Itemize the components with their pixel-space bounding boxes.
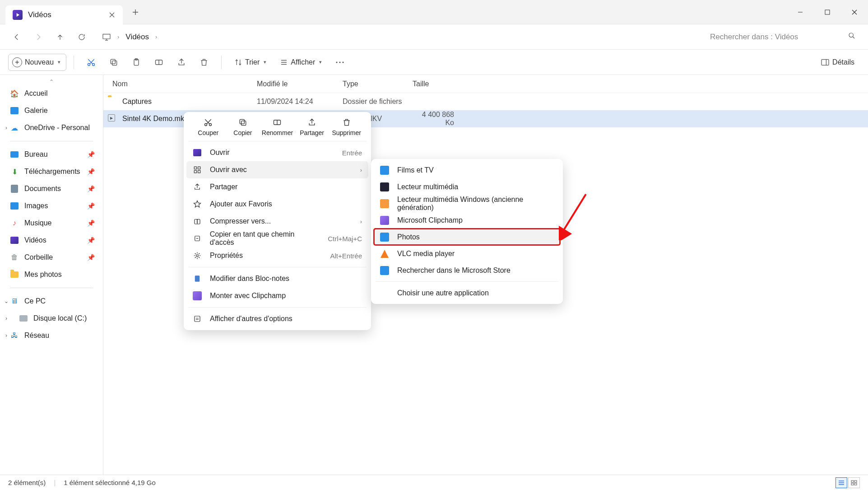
context-copy-path[interactable]: Copier en tant que chemin d'accèsCtrl+Ma… <box>186 230 368 247</box>
context-share[interactable]: Partager <box>296 117 328 136</box>
close-window-button[interactable] <box>841 3 868 21</box>
sidebar-item-images[interactable]: Images📌 <box>4 197 99 215</box>
sidebar-item-gallery[interactable]: Galerie <box>4 102 99 119</box>
label: Monter avec Clipchamp <box>210 292 286 300</box>
context-open-with[interactable]: Ouvrir avec› <box>186 161 368 178</box>
search-input[interactable]: Rechercher dans : Vidéos <box>704 28 862 46</box>
music-icon: ♪ <box>10 219 19 228</box>
sidebar-item-documents[interactable]: Documents📌 <box>4 180 99 197</box>
paste-button[interactable] <box>126 54 146 71</box>
store-icon <box>380 266 389 275</box>
context-share-item[interactable]: Partager <box>186 178 368 196</box>
up-button[interactable] <box>50 28 70 46</box>
cut-button[interactable] <box>81 54 101 71</box>
column-name[interactable]: Nom <box>103 80 257 88</box>
back-button[interactable] <box>6 28 27 46</box>
context-properties[interactable]: PropriétésAlt+Entrée <box>186 247 368 264</box>
images-icon <box>10 201 19 210</box>
context-edit-notepad[interactable]: Modifier dans Bloc-notes <box>186 270 368 287</box>
chevron-right-icon[interactable]: › <box>3 315 10 322</box>
sidebar-item-onedrive[interactable]: ›☁OneDrive - Personal <box>4 119 99 136</box>
sidebar-item-network[interactable]: ›🖧Réseau <box>4 327 99 344</box>
rename-icon <box>272 117 282 127</box>
address-segment[interactable]: Vidéos <box>125 33 149 42</box>
label: Choisir une autre application <box>397 289 489 297</box>
sidebar-item-diskc[interactable]: ›Disque local (C:) <box>4 310 99 327</box>
openwith-vlc[interactable]: VLC media player <box>374 245 560 262</box>
sidebar-item-thispc[interactable]: ⌄🖥Ce PC <box>4 293 99 310</box>
view-button[interactable]: Afficher ▾ <box>274 54 327 71</box>
delete-button[interactable] <box>194 54 214 71</box>
status-count: 2 élément(s) <box>8 479 46 486</box>
chevron-right-icon[interactable]: › <box>3 125 10 131</box>
label: Films et TV <box>397 166 434 174</box>
sidebar-item-trash[interactable]: 🗑Corbeille📌 <box>4 249 99 266</box>
openwith-clipchamp[interactable]: Microsoft Clipchamp <box>374 212 560 229</box>
minimize-button[interactable] <box>787 3 814 21</box>
sidebar-item-myphotos[interactable]: Mes photos <box>4 266 99 283</box>
context-more-options[interactable]: Afficher d'autres d'options <box>186 310 368 327</box>
sidebar-item-label: Documents <box>24 185 61 193</box>
sidebar-item-home[interactable]: 🏠Accueil <box>4 85 99 102</box>
sidebar-item-downloads[interactable]: ⬇Téléchargements📌 <box>4 163 99 180</box>
label: Renommer <box>262 129 293 136</box>
chevron-down-icon[interactable]: ⌄ <box>3 298 10 304</box>
clipchamp-icon <box>193 291 202 300</box>
openwith-wmp-legacy[interactable]: Lecteur multimédia Windows (ancienne gén… <box>374 195 560 212</box>
app-icon <box>380 199 389 208</box>
new-button[interactable]: + Nouveau ▾ <box>8 54 66 71</box>
svg-rect-31 <box>851 483 854 485</box>
column-modified[interactable]: Modifié le <box>257 80 343 88</box>
context-copy[interactable]: Copier <box>227 117 259 136</box>
tab-videos[interactable]: Vidéos <box>5 5 123 24</box>
sort-button[interactable]: Trier ▾ <box>229 54 272 71</box>
chevron-down-icon: ▾ <box>58 59 60 65</box>
new-tab-button[interactable] <box>126 3 144 21</box>
copy-button[interactable] <box>104 54 124 71</box>
separator <box>10 141 93 141</box>
sidebar-item-label: Vidéos <box>24 236 46 244</box>
videos-app-icon <box>13 10 23 20</box>
context-cut[interactable]: Couper <box>192 117 224 136</box>
view-details-button[interactable] <box>836 477 847 488</box>
collapse-caret-icon[interactable]: ⌃ <box>4 79 99 85</box>
openwith-store[interactable]: Rechercher dans le Microsoft Store <box>374 262 560 279</box>
svg-point-14 <box>205 124 207 126</box>
more-button[interactable] <box>330 54 350 71</box>
address-bar[interactable]: › Vidéos › <box>97 28 698 46</box>
chevron-right-icon[interactable]: › <box>3 332 10 339</box>
label: Compresser vers... <box>210 217 271 225</box>
openwith-photos[interactable]: Photos <box>374 229 560 245</box>
openwith-media-player[interactable]: Lecteur multimédia <box>374 178 560 195</box>
openwith-choose-other[interactable]: Choisir une autre application <box>374 285 560 301</box>
column-type[interactable]: Type <box>343 80 413 88</box>
star-icon <box>193 200 202 209</box>
refresh-button[interactable] <box>71 28 92 46</box>
svg-point-12 <box>343 61 344 63</box>
file-row[interactable]: Captures 11/09/2024 14:24 Dossier de fic… <box>103 93 868 110</box>
copypath-icon <box>193 234 202 243</box>
context-clipchamp[interactable]: Monter avec Clipchamp <box>186 287 368 304</box>
svg-rect-5 <box>112 61 117 65</box>
context-rename[interactable]: Renommer <box>261 117 293 136</box>
sidebar-item-videos[interactable]: Vidéos📌 <box>4 232 99 249</box>
sidebar-item-desktop[interactable]: Bureau📌 <box>4 146 99 163</box>
maximize-button[interactable] <box>814 3 841 21</box>
context-delete[interactable]: Supprimer <box>330 117 363 136</box>
context-compress[interactable]: Compresser vers...› <box>186 213 368 230</box>
label: Modifier dans Bloc-notes <box>210 275 289 283</box>
view-icons-button[interactable] <box>848 477 860 488</box>
rename-button[interactable] <box>149 54 169 71</box>
app-icon <box>380 166 389 175</box>
context-open[interactable]: OuvrirEntrée <box>186 144 368 161</box>
share-button[interactable] <box>172 54 191 71</box>
details-pane-button[interactable]: Détails <box>815 54 860 71</box>
column-size[interactable]: Taille <box>413 80 458 88</box>
openwith-films-tv[interactable]: Films et TV <box>374 162 560 178</box>
context-favorites[interactable]: Ajouter aux Favoris <box>186 196 368 213</box>
separator <box>188 141 367 141</box>
forward-button[interactable] <box>28 28 49 46</box>
tab-close-button[interactable] <box>106 9 118 21</box>
svg-rect-30 <box>854 481 857 482</box>
sidebar-item-music[interactable]: ♪Musique📌 <box>4 215 99 232</box>
